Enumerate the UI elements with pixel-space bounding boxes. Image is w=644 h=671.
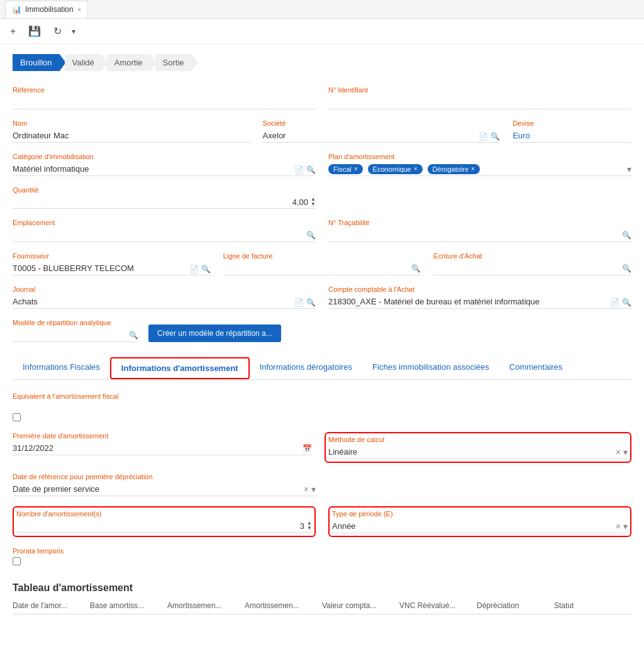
societe-value[interactable]: Axelor	[263, 129, 501, 143]
fournisseur-label: Fournisseur	[13, 252, 211, 260]
date-ref-x-icon[interactable]: ×	[304, 484, 309, 494]
modele-search-icon[interactable]	[129, 330, 138, 340]
quantite-field: Quantité 4,00 ▲ ▼	[13, 186, 316, 209]
nom-row: Nom Ordinateur Mac Société Axelor Devise…	[13, 119, 631, 143]
categorie-field: Catégorie d'immobilisation Matériel info…	[13, 153, 316, 176]
ligne-facture-value[interactable]	[223, 262, 421, 275]
tab-close[interactable]: ×	[77, 6, 81, 13]
creer-modele-button[interactable]: Créer un modèle de répartition a...	[148, 324, 281, 342]
devise-label: Devise	[513, 119, 631, 127]
reference-value[interactable]	[13, 96, 316, 109]
n-identifiant-value[interactable]	[328, 96, 631, 109]
save-button[interactable]: 💾	[26, 24, 43, 38]
tag-economique[interactable]: Economique ×	[368, 164, 423, 174]
modele-row: Modèle de répartition analytique Créer u…	[13, 319, 631, 342]
journal-row: Journal Achats Compte comptable à l'Acha…	[13, 286, 631, 309]
type-periode-value[interactable]: Année × ▾	[332, 519, 628, 533]
emplacement-row: Emplacement N° Traçabilité	[13, 219, 631, 242]
quantite-label: Quantité	[13, 186, 316, 194]
col-statut: Statut	[554, 601, 631, 610]
emplacement-label: Emplacement	[13, 219, 316, 226]
tab-commentaires[interactable]: Commentaires	[499, 357, 573, 379]
fournisseur-field: Fournisseur T0005 - BLUEBERRY TELECOM	[13, 252, 211, 275]
type-x-icon[interactable]: ×	[616, 521, 621, 531]
tableau-amortissement: Tableau d'amortissement Date de l'amor..…	[13, 582, 631, 614]
premiere-date-value[interactable]: 31/12/2022	[13, 441, 312, 455]
nombre-down[interactable]: ▼	[307, 526, 312, 531]
tab-fiscales[interactable]: Informations Fiscales	[13, 357, 110, 379]
date-ref-dropdown-icon[interactable]: ▾	[311, 484, 316, 494]
plan-dropdown-icon[interactable]: ▾	[627, 164, 631, 174]
fournisseur-search-icon[interactable]	[201, 263, 211, 274]
premiere-date-field: Première date d'amortissement 31/12/2022	[13, 432, 312, 463]
methode-x-icon[interactable]: ×	[616, 447, 621, 457]
journal-value[interactable]: Achats	[13, 295, 316, 309]
tracabilite-field: N° Traçabilité	[328, 219, 631, 242]
refresh-button[interactable]: ↻	[51, 24, 64, 38]
tab-derogatoires[interactable]: Informations dérogatoires	[250, 357, 362, 379]
ligne-search-icon[interactable]	[411, 263, 421, 273]
compte-search-icon[interactable]	[622, 297, 631, 307]
amort-section: Equivalent à l'amortissement fiscal Prem…	[13, 392, 631, 567]
societe-field: Société Axelor	[263, 119, 501, 143]
modele-value[interactable]	[13, 328, 138, 342]
methode-value[interactable]: Linéaire × ▾	[328, 445, 628, 459]
equivalent-label: Equivalent à l'amortissement fiscal	[13, 392, 118, 400]
compte-value[interactable]: 218300_AXE - Matériel de bureau et matér…	[328, 295, 631, 309]
nombre-value[interactable]: 3 ▲ ▼	[16, 519, 312, 533]
emplacement-value[interactable]	[13, 228, 316, 242]
plan-value[interactable]: Fiscal × Economique × Dérogatoire × ▾	[328, 162, 631, 176]
tab-amortissement[interactable]: Informations d'amortissement	[110, 357, 250, 379]
journal-doc-icon[interactable]	[294, 297, 304, 307]
tracabilite-value[interactable]	[328, 228, 631, 242]
devise-value[interactable]: Euro	[513, 129, 631, 143]
fournisseur-value[interactable]: T0005 - BLUEBERRY TELECOM	[13, 262, 211, 275]
prorata-checkbox[interactable]	[13, 557, 21, 565]
tracabilite-search-icon[interactable]	[622, 230, 631, 240]
ecriture-search-icon[interactable]	[622, 263, 631, 273]
qty-down[interactable]: ▼	[311, 202, 316, 207]
equivalent-checkbox[interactable]	[13, 413, 21, 421]
n-identifiant-label: N° Identifiant	[328, 86, 631, 94]
add-button[interactable]: +	[8, 25, 18, 38]
step-amortie[interactable]: Amortie	[107, 54, 157, 71]
nombre-type-row: Nombre d'amortissement(s) 3 ▲ ▼ Type de …	[13, 506, 631, 537]
compte-doc-icon[interactable]	[610, 297, 619, 307]
compte-label: Compte comptable à l'Achat	[328, 286, 631, 293]
ecriture-value[interactable]	[433, 262, 631, 275]
type-periode-field: Type de période (E) Année × ▾	[328, 506, 631, 537]
devise-field: Devise Euro	[513, 119, 631, 143]
emplacement-search-icon[interactable]	[306, 230, 316, 240]
more-dropdown[interactable]: ▾	[72, 27, 75, 36]
toolbar: + 💾 ↻ ▾	[0, 19, 644, 44]
step-sortie[interactable]: Sortie	[155, 54, 198, 71]
categorie-doc-icon[interactable]	[294, 164, 304, 174]
modele-field: Modèle de répartition analytique	[13, 319, 138, 342]
col-amort1: Amortissemen...	[167, 601, 245, 610]
societe-doc-icon[interactable]	[479, 131, 488, 141]
immobilisation-tab[interactable]: 📊 Immobilisation ×	[5, 1, 88, 18]
societe-search-icon[interactable]	[491, 131, 500, 141]
methode-field: Méthode de calcul Linéaire × ▾	[325, 432, 631, 463]
workflow-steps: Brouillon Validé Amortie Sortie	[13, 54, 631, 71]
tag-derogatoire[interactable]: Dérogatoire ×	[428, 164, 480, 174]
date-reference-value[interactable]: Date de premier service × ▾	[13, 482, 316, 496]
fournisseur-doc-icon[interactable]	[189, 263, 199, 274]
journal-search-icon[interactable]	[306, 297, 316, 307]
type-dropdown-icon[interactable]: ▾	[623, 521, 628, 531]
methode-dropdown-icon[interactable]: ▾	[623, 447, 628, 457]
quantite-value[interactable]: 4,00 ▲ ▼	[13, 196, 316, 209]
date-reference-field: Date de référence pour première déprécia…	[13, 473, 316, 496]
step-valide[interactable]: Validé	[65, 54, 108, 71]
premiere-date-cal-icon[interactable]	[303, 443, 312, 453]
step-brouillon[interactable]: Brouillon	[13, 54, 66, 71]
categorie-search-icon[interactable]	[306, 164, 316, 174]
journal-label: Journal	[13, 286, 316, 293]
ecriture-label: Ecriture d'Achat	[433, 252, 631, 260]
fournisseur-row: Fournisseur T0005 - BLUEBERRY TELECOM Li…	[13, 252, 631, 275]
tag-fiscal[interactable]: Fiscal ×	[328, 164, 363, 174]
categorie-value[interactable]: Matériel informatique	[13, 162, 316, 176]
tab-fiches[interactable]: Fiches immobilisation associées	[362, 357, 499, 379]
col-date: Date de l'amor...	[13, 601, 90, 610]
nom-value[interactable]: Ordinateur Mac	[13, 129, 250, 143]
